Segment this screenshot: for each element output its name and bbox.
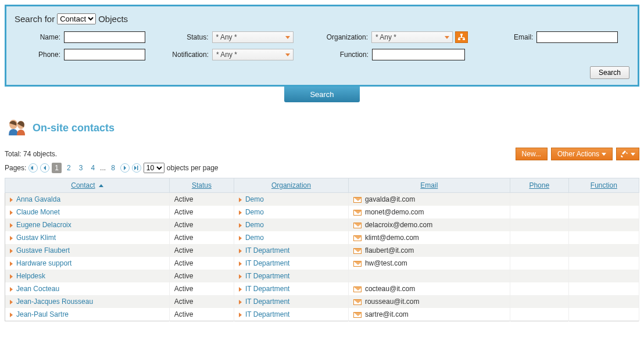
last-page-icon[interactable]	[132, 163, 141, 173]
column-function[interactable]: Function	[568, 178, 639, 193]
function-label: Function:	[317, 51, 372, 59]
column-organization[interactable]: Organization	[234, 178, 348, 193]
next-page-icon[interactable]	[120, 163, 130, 173]
table-row: Hardware supportActiveIT Departmenthw@te…	[5, 257, 639, 270]
caret-right-icon	[10, 313, 13, 317]
page-1[interactable]: 1	[52, 163, 62, 173]
organization-link[interactable]: IT Department	[245, 246, 289, 255]
other-actions-button[interactable]: Other Actions	[551, 148, 613, 160]
search-tab[interactable]: Search	[284, 87, 360, 102]
function-cell	[568, 206, 639, 218]
svg-rect-3	[461, 35, 462, 37]
table-row: Jean-Paul SartreActiveIT Departmentsartr…	[5, 308, 639, 321]
page-last[interactable]: 8	[108, 163, 118, 173]
mail-icon	[353, 197, 362, 203]
contact-link[interactable]: Gustave Flaubert	[16, 246, 70, 255]
total-count: Total: 74 objects.	[5, 150, 57, 158]
people-icon	[6, 119, 28, 137]
function-cell	[568, 295, 639, 308]
contact-link[interactable]: Helpdesk	[16, 272, 45, 280]
prev-page-icon[interactable]	[40, 163, 49, 173]
organization-dropdown[interactable]: * Any *	[371, 31, 453, 43]
contact-link[interactable]: Jean-Paul Sartre	[16, 310, 69, 318]
pager-ellipsis: ...	[100, 164, 106, 172]
phone-input[interactable]	[64, 49, 145, 60]
svg-rect-2	[463, 38, 465, 40]
caret-right-icon	[239, 274, 242, 279]
tools-button[interactable]	[616, 148, 639, 160]
phone-cell	[510, 257, 568, 270]
status-cell: Active	[169, 206, 234, 218]
object-type-select[interactable]: Contact	[57, 13, 96, 24]
email-input[interactable]	[536, 31, 618, 43]
contact-link[interactable]: Claude Monet	[16, 208, 60, 216]
mail-icon	[353, 235, 362, 241]
table-row: Jean-Jacques RousseauActiveIT Department…	[5, 295, 639, 308]
contact-link[interactable]: Anna Gavalda	[16, 195, 60, 203]
first-page-icon[interactable]	[28, 163, 38, 173]
column-phone[interactable]: Phone	[510, 178, 568, 193]
name-input[interactable]	[64, 31, 145, 43]
caret-right-icon	[239, 223, 242, 228]
function-cell	[568, 193, 639, 206]
chevron-down-icon	[602, 153, 606, 156]
column-contact[interactable]: Contact	[5, 178, 170, 193]
organization-label: Organization:	[316, 33, 371, 41]
phone-cell	[510, 295, 568, 308]
contacts-table: Contact Status Organization Email Phone …	[5, 178, 639, 321]
page-3[interactable]: 3	[76, 163, 86, 173]
page-4[interactable]: 4	[88, 163, 98, 173]
status-cell: Active	[169, 218, 234, 231]
caret-right-icon	[239, 261, 242, 266]
status-dropdown[interactable]: * Any *	[212, 31, 294, 43]
contact-link[interactable]: Eugene Delacroix	[16, 221, 71, 229]
contact-link[interactable]: Gustav Klimt	[16, 234, 56, 242]
function-cell	[568, 282, 639, 295]
caret-right-icon	[239, 210, 242, 215]
svg-rect-5	[459, 37, 459, 38]
organization-link[interactable]: Demo	[245, 234, 264, 242]
function-cell	[568, 270, 639, 282]
contact-link[interactable]: Jean Cocteau	[16, 285, 59, 293]
new-button[interactable]: New...	[516, 148, 548, 160]
table-row: HelpdeskActiveIT Department	[5, 270, 639, 282]
organization-link[interactable]: Demo	[245, 221, 264, 229]
search-button[interactable]: Search	[590, 66, 629, 79]
column-email[interactable]: Email	[348, 178, 510, 193]
phone-cell	[510, 282, 568, 295]
phone-cell	[510, 193, 568, 206]
org-tree-icon[interactable]	[455, 31, 468, 43]
page-2[interactable]: 2	[64, 163, 74, 173]
organization-link[interactable]: IT Department	[245, 298, 289, 306]
phone-cell	[510, 231, 568, 244]
pager: Pages: 1 2 3 4 ... 8 10 objects per page	[5, 163, 639, 173]
notification-dropdown[interactable]: * Any *	[212, 49, 294, 60]
phone-label: Phone:	[15, 51, 64, 59]
caret-right-icon	[10, 249, 13, 253]
per-page-label: objects per page	[167, 164, 219, 172]
phone-cell	[510, 218, 568, 231]
contact-link[interactable]: Hardware support	[16, 259, 71, 267]
organization-link[interactable]: Demo	[245, 208, 264, 216]
search-title: Search for Contact Objects	[15, 13, 629, 24]
table-row: Claude MonetActiveDemomonet@demo.com	[5, 206, 639, 218]
function-cell	[568, 257, 639, 270]
organization-link[interactable]: IT Department	[245, 272, 289, 280]
per-page-select[interactable]: 10	[144, 163, 164, 173]
mail-icon	[353, 248, 362, 254]
organization-link[interactable]: IT Department	[245, 285, 289, 293]
organization-link[interactable]: IT Department	[245, 310, 289, 318]
column-status[interactable]: Status	[169, 178, 234, 193]
organization-link[interactable]: Demo	[245, 195, 264, 203]
organization-link[interactable]: IT Department	[245, 259, 289, 267]
caret-right-icon	[239, 313, 242, 317]
function-input[interactable]	[372, 49, 465, 60]
function-cell	[568, 218, 639, 231]
email-cell: flaubert@it.com	[365, 246, 414, 255]
caret-right-icon	[10, 287, 13, 292]
caret-right-icon	[239, 300, 242, 304]
email-cell: cocteau@it.com	[365, 285, 415, 293]
search-title-prefix: Search for	[15, 14, 55, 24]
contact-link[interactable]: Jean-Jacques Rousseau	[16, 298, 93, 306]
email-cell: klimt@demo.com	[365, 234, 419, 242]
